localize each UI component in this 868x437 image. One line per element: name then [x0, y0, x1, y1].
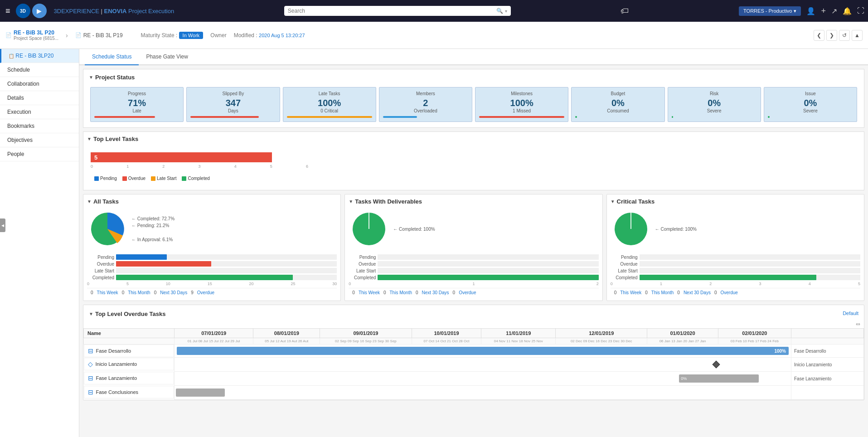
breadcrumb-item-1[interactable]: 📄 RE - BiB 3L P20 Project Space (6815...: [5, 29, 58, 41]
stat-30days-link[interactable]: Next 30 Days: [160, 290, 187, 295]
metric-milestones-sub: 1 Missed: [479, 108, 564, 113]
top-tasks-header: ▼ Top Level Tasks: [87, 136, 860, 145]
crit-stat-30d-link[interactable]: Next 30 Days: [684, 290, 711, 295]
sidebar-collapse-toggle[interactable]: ◀: [0, 218, 5, 232]
legend-latestart-dot: [151, 176, 155, 181]
deliv-stat-ov-link[interactable]: Overdue: [459, 290, 476, 295]
metric-members: Members 2 Overloaded: [379, 87, 472, 122]
deliverables-pie-labels: ← Completed: 100%: [393, 227, 435, 232]
legend-overdue-label: Overdue: [128, 176, 145, 181]
gantt-bar-4: [176, 388, 225, 397]
legend-latestart: Late Start: [151, 176, 176, 181]
top-level-tasks-section: ▼ Top Level Tasks 5 0 1 2 3: [83, 131, 864, 190]
gantt-month-3: 09/01/2019: [320, 329, 412, 338]
legend-overdue-dot: [122, 176, 127, 181]
bar-row-pending: Pending: [87, 254, 337, 260]
owner-label: Owner: [210, 32, 226, 39]
deliv-bar-label-overdue: Overdue: [349, 262, 376, 267]
gantt-bar-3-container: 0%: [176, 373, 790, 384]
metric-budget-label: Budget: [575, 91, 660, 96]
deliv-bar-row-overdue: Overdue: [349, 261, 598, 267]
sidebar-item-active-project[interactable]: 📋 RE - BiB 3LP20: [0, 49, 79, 63]
breadcrumb-bar: 📄 RE - BiB 3L P20 Project Space (6815...…: [0, 22, 868, 49]
next-button[interactable]: ❯: [826, 30, 837, 41]
metric-budget-bar: [575, 116, 577, 118]
metric-issue-value: 0%: [768, 98, 853, 108]
user-badge[interactable]: TORRES - Productivo ▾: [739, 6, 801, 16]
bar-label-latestart: Late Start: [87, 268, 114, 273]
bar-track-overdue: [116, 261, 337, 267]
doc-icon: 📄: [5, 32, 12, 38]
gantt-month-1: 07/01/2019: [175, 329, 253, 338]
gantt-diamond-container: [176, 359, 790, 370]
stat-thismonth-link[interactable]: This Month: [128, 290, 150, 295]
plus-icon[interactable]: +: [821, 6, 826, 16]
person-icon[interactable]: 👤: [806, 7, 815, 15]
gantt-bar-cell-1: 100%: [175, 345, 791, 358]
gantt-days-2: 05 Jul 12 Aut 19 Aut 26 Aut: [253, 338, 320, 345]
search-dropdown-icon[interactable]: ▾: [505, 9, 507, 14]
sidebar-item-schedule[interactable]: Schedule: [0, 63, 79, 77]
all-tasks-collapse[interactable]: ▼: [87, 199, 92, 204]
deliverables-collapse[interactable]: ▼: [349, 199, 353, 204]
sidebar-item-bookmarks[interactable]: Bookmarks: [0, 119, 79, 133]
crit-stat-tw-link[interactable]: This Week: [620, 290, 641, 295]
sidebar-item-people[interactable]: People: [0, 147, 79, 161]
bar-track-pending: [116, 254, 337, 260]
deliv-stat-tw-link[interactable]: This Week: [359, 290, 380, 295]
critical-pie-svg: [611, 209, 651, 249]
bell-icon[interactable]: 🔔: [843, 7, 852, 15]
gantt-bar-1: 100%: [177, 347, 789, 355]
collapse-icon[interactable]: ▼: [89, 75, 93, 80]
bar-row-latestart: Late Start: [87, 268, 337, 273]
search-bar[interactable]: 🔍 ▾: [284, 6, 511, 16]
crit-axis-5: 5: [858, 282, 860, 286]
metric-late: Late Tasks 100% 0 Critical: [283, 87, 376, 122]
expand-button[interactable]: ▲: [852, 30, 863, 41]
crit-bar-row-completed: Completed: [611, 275, 860, 280]
crit-stat-tm-count: 0: [645, 290, 648, 295]
fullscreen-icon[interactable]: ⛶: [857, 7, 864, 15]
sidebar-item-execution[interactable]: Execution: [0, 105, 79, 119]
axis-5: 5: [270, 164, 272, 169]
search-input[interactable]: [288, 8, 495, 14]
refresh-button[interactable]: ↺: [839, 30, 850, 41]
gantt-row-label-1: Fase Desarrollo: [96, 348, 131, 354]
bar-track-latestart: [116, 268, 337, 273]
tab-schedule-status[interactable]: Schedule Status: [85, 49, 139, 65]
tab-phase-gate[interactable]: Phase Gate View: [139, 49, 195, 65]
gantt-collapse[interactable]: ▼: [89, 311, 93, 316]
gantt-table-wrapper[interactable]: Name 07/01/2019 08/01/2019 09/01/2019 10…: [83, 328, 864, 400]
metric-slipped-label: Slipped By: [190, 91, 276, 96]
critical-tasks-collapse[interactable]: ▼: [611, 199, 615, 204]
sidebar-item-details[interactable]: Details: [0, 91, 79, 105]
maturity-badge: In Work: [179, 32, 204, 39]
sidebar-item-collaboration[interactable]: Collaboration: [0, 77, 79, 91]
crit-bar-track-latestart: [640, 268, 860, 273]
stat-thisweek-link[interactable]: This Week: [97, 290, 118, 295]
gantt-month-4: 10/01/2019: [412, 329, 481, 338]
breadcrumb-item-2[interactable]: 📄 RE - BiB 3L P19: [75, 32, 123, 39]
project-status-section: ▼ Project Status Progress 71% Late Slipp…: [83, 69, 864, 128]
crit-bar-label-latestart: Late Start: [611, 268, 638, 273]
axis-3: 3: [198, 164, 200, 169]
deliv-bar-row-completed: Completed: [349, 275, 598, 280]
tag-icon[interactable]: 🏷: [621, 6, 629, 16]
top-tasks-collapse[interactable]: ▼: [87, 136, 92, 141]
bar-track-completed: [116, 275, 337, 280]
app-title-enovia: ENOVIA: [104, 8, 127, 15]
legend-completed: Completed: [182, 176, 209, 181]
share-icon[interactable]: ↗: [831, 7, 837, 15]
deliv-stat-tm-link[interactable]: This Month: [390, 290, 412, 295]
stat-overdue-link[interactable]: Overdue: [197, 290, 214, 295]
app-title-module: Project Execution: [128, 8, 174, 15]
gantt-month-2: 08/01/2019: [253, 329, 320, 338]
gantt-scroll-icon[interactable]: ⇔: [856, 321, 860, 327]
sidebar-item-objectives[interactable]: Objectives: [0, 133, 79, 147]
prev-button[interactable]: ❮: [814, 30, 824, 41]
crit-stat-tm-link[interactable]: This Month: [651, 290, 674, 295]
hamburger-menu[interactable]: ≡: [4, 5, 12, 18]
gantt-default-link[interactable]: Default: [843, 311, 858, 316]
deliv-stat-30d-link[interactable]: Next 30 Days: [422, 290, 449, 295]
crit-stat-ov-link[interactable]: Overdue: [720, 290, 737, 295]
